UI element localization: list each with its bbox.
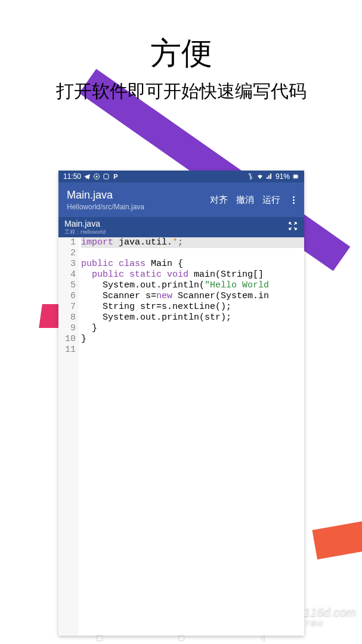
svg-rect-7 [178, 635, 184, 640]
svg-point-1 [96, 176, 98, 178]
app-icon [103, 173, 110, 180]
overflow-menu-icon[interactable] [289, 196, 298, 204]
nav-back-icon[interactable] [259, 634, 267, 642]
tab-name: Main.java [64, 219, 106, 228]
watermark: 116d.com 下载站 [304, 605, 356, 627]
code-line[interactable]: String str=s.nextLine(); [81, 302, 304, 312]
code-line[interactable]: } [81, 334, 304, 345]
battery-text: 91% [276, 172, 290, 181]
code-line[interactable]: System.out.println("Hello World [81, 280, 304, 291]
svg-rect-4 [294, 175, 298, 178]
code-line[interactable]: import java.util.*; [81, 237, 304, 248]
bluetooth-icon [247, 173, 254, 180]
tab-bar: Main.java 工程：Helloworld [58, 217, 304, 237]
code-line[interactable]: Scanner s=new Scanner(System.in [81, 291, 304, 302]
status-time: 11:50 [63, 172, 81, 181]
undo-button[interactable]: 撤消 [236, 194, 254, 206]
decorative-orange-rect [312, 520, 362, 560]
wifi-icon [256, 173, 264, 180]
svg-rect-6 [97, 635, 102, 640]
app-subtitle: Helloworld/src/Main.java [67, 203, 210, 211]
expand-icon[interactable] [287, 221, 298, 234]
svg-rect-5 [298, 176, 298, 178]
code-line[interactable]: public class Main { [81, 259, 304, 270]
hero-subtitle: 打开软件即可开始快速编写代码 [0, 79, 362, 104]
app-title: Main.java [67, 189, 210, 202]
code-line[interactable]: } [81, 323, 304, 334]
line-gutter: 1234567891011 [58, 237, 79, 636]
code-line[interactable]: public static void main(String[] [81, 270, 304, 280]
run-button[interactable]: 运行 [262, 194, 280, 206]
hero-title: 方便 [0, 33, 362, 75]
camera-icon [93, 173, 100, 180]
code-area[interactable]: import java.util.*; public class Main { … [79, 237, 304, 636]
android-nav-bar [58, 632, 304, 644]
nav-home-icon[interactable] [177, 634, 185, 642]
app-bar: Main.java Helloworld/src/Main.java 对齐 撤消… [58, 182, 304, 217]
signal-icon [266, 173, 273, 180]
tab-project: 工程：Helloworld [64, 228, 106, 236]
p-icon: P [112, 173, 119, 180]
code-line[interactable]: System.out.println(str); [81, 312, 304, 323]
code-line[interactable] [81, 345, 304, 355]
svg-rect-2 [104, 174, 109, 179]
align-button[interactable]: 对齐 [210, 194, 228, 206]
telegram-icon [83, 173, 91, 180]
code-line[interactable] [81, 248, 304, 259]
tab-main[interactable]: Main.java 工程：Helloworld [64, 219, 106, 236]
phone-frame: 11:50 P 91% [58, 171, 304, 636]
battery-icon [292, 173, 299, 180]
code-editor[interactable]: 1234567891011 import java.util.*; public… [58, 237, 304, 636]
status-bar: 11:50 P 91% [58, 171, 304, 182]
nav-recent-icon[interactable] [95, 634, 104, 642]
